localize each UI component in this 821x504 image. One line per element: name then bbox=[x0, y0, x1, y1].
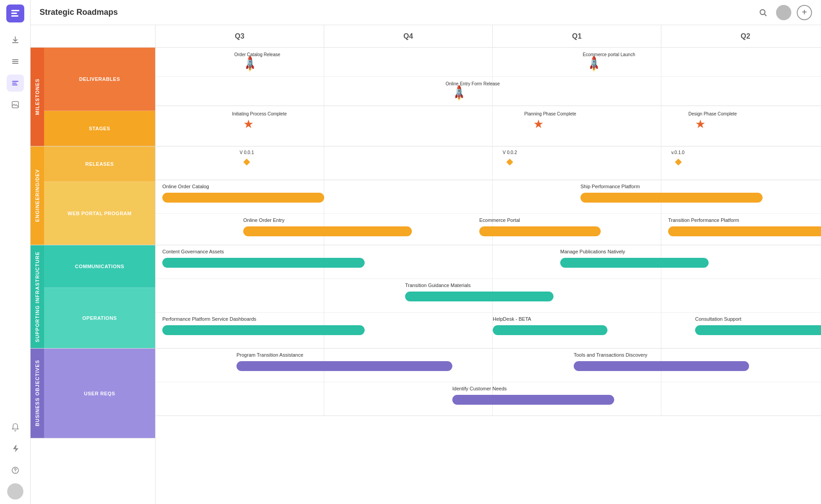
milestone-label-order-catalog: Order Catalog Release bbox=[234, 52, 280, 57]
bar-online-order-entry[interactable] bbox=[243, 226, 412, 236]
quarter-q1: Q1 bbox=[493, 25, 661, 47]
business-row-2: Identify Customer Needs bbox=[156, 382, 821, 416]
search-button[interactable] bbox=[755, 5, 771, 20]
deliverables-row-1: Order Catalog Release 🚀 Ecommerce portal… bbox=[156, 48, 821, 77]
bar-label-perf-service: Performance Platform Service Dashboards bbox=[162, 316, 256, 322]
svg-rect-5 bbox=[12, 63, 18, 64]
milestones-deliverables-rows: Order Catalog Release 🚀 Ecommerce portal… bbox=[156, 48, 821, 106]
bar-online-order-catalog[interactable] bbox=[162, 193, 324, 203]
rocket-icon-online-entry: 🚀 bbox=[450, 84, 468, 102]
operations-row: Performance Platform Service Dashboards … bbox=[156, 313, 821, 349]
category-supporting-label: SUPPORTING INFRASTRUCTURE bbox=[31, 245, 44, 348]
milestone-ecommerce-launch: Ecommerce portal Launch 🚀 bbox=[587, 52, 635, 71]
sidebar-help[interactable] bbox=[7, 462, 24, 479]
bar-label-identify-customer: Identify Customer Needs bbox=[452, 386, 507, 391]
quarter-q2: Q2 bbox=[661, 25, 821, 47]
bar-ship-performance[interactable] bbox=[580, 193, 763, 203]
release-v002: V 0.0.2 ◆ bbox=[506, 150, 517, 167]
sidebar bbox=[0, 0, 31, 504]
bar-label-transition-guidance: Transition Guidance Materials bbox=[405, 283, 471, 288]
communications-row-1: Content Governance Assets Manage Publica… bbox=[156, 245, 821, 279]
svg-rect-0 bbox=[11, 10, 19, 11]
rocket-icon-ecommerce: 🚀 bbox=[585, 55, 603, 73]
sub-label-operations: OPERATIONS bbox=[44, 288, 155, 348]
bar-label-ecommerce-portal: Ecommerce Portal bbox=[479, 217, 520, 223]
svg-rect-8 bbox=[12, 84, 18, 85]
bar-identify-customer[interactable] bbox=[452, 395, 614, 405]
release-label-v010: v.0.1.0 bbox=[671, 150, 684, 155]
bar-content-gov[interactable] bbox=[162, 258, 365, 268]
bar-label-online-order-catalog: Online Order Catalog bbox=[162, 184, 209, 189]
bar-tools-transactions[interactable] bbox=[574, 361, 749, 371]
stage-design: Design Phase Complete ★ bbox=[695, 111, 737, 131]
bar-label-manage-pub: Manage Publications Natively bbox=[560, 249, 625, 254]
bar-perf-service[interactable] bbox=[162, 325, 365, 335]
svg-point-12 bbox=[760, 9, 765, 14]
bar-transition-perf[interactable] bbox=[668, 226, 821, 236]
sub-label-communications: COMMUNICATIONS bbox=[44, 245, 155, 288]
page-title: Strategic Roadmaps bbox=[40, 8, 750, 17]
bar-ecommerce-portal[interactable] bbox=[479, 226, 601, 236]
communications-row-2: Transition Guidance Materials bbox=[156, 279, 821, 313]
sidebar-lightning[interactable] bbox=[7, 440, 24, 457]
stage-initiating: Initiating Process Complete ★ bbox=[243, 111, 287, 131]
category-engineering: ENGINEERING/DEV RELEASES WEB PORTAL PROG… bbox=[31, 146, 155, 245]
user-avatar[interactable] bbox=[7, 483, 23, 500]
main-content: Strategic Roadmaps + MILESTONES DELIVERA… bbox=[31, 0, 821, 504]
business-sub-labels: USER REQS bbox=[44, 349, 155, 438]
svg-point-11 bbox=[15, 472, 16, 473]
svg-rect-3 bbox=[12, 59, 18, 60]
sub-label-webportal: WEB PORTAL PROGRAM bbox=[44, 182, 155, 245]
milestone-online-entry: Online Entry Form Release 🚀 bbox=[452, 81, 500, 100]
category-business-label: BUSINESS OBJECTIVES bbox=[31, 349, 44, 438]
bar-label-transition-perf: Transition Performance Platform bbox=[668, 217, 739, 223]
milestone-label-ecommerce: Ecommerce portal Launch bbox=[583, 52, 635, 57]
supporting-sub-labels: COMMUNICATIONS OPERATIONS bbox=[44, 245, 155, 348]
star-icon-design: ★ bbox=[695, 117, 705, 131]
category-engineering-label: ENGINEERING/DEV bbox=[31, 146, 44, 245]
header-avatar[interactable] bbox=[776, 5, 791, 20]
sidebar-roadmap[interactable] bbox=[7, 75, 24, 92]
sidebar-image[interactable] bbox=[7, 96, 24, 113]
milestones-sub-labels: DELIVERABLES STAGES bbox=[44, 48, 155, 146]
stage-planning: Planning Phase Complete ★ bbox=[533, 111, 576, 131]
star-icon-planning: ★ bbox=[533, 117, 544, 131]
quarter-q4: Q4 bbox=[324, 25, 493, 47]
svg-rect-7 bbox=[12, 83, 17, 84]
release-v010: v.0.1.0 ◆ bbox=[675, 150, 684, 167]
quarter-header: Q3 Q4 Q1 Q2 bbox=[156, 25, 821, 48]
quarter-q3: Q3 bbox=[156, 25, 324, 47]
svg-rect-4 bbox=[12, 61, 18, 62]
diamond-icon-v001: ◆ bbox=[243, 156, 250, 166]
sidebar-bell[interactable] bbox=[7, 419, 24, 436]
bar-label-tools-transactions: Tools and Transactions Discovery bbox=[574, 352, 647, 358]
sub-label-userreqs: USER REQS bbox=[44, 349, 155, 438]
bar-helpdesk[interactable] bbox=[493, 325, 607, 335]
bar-label-online-order-entry: Online Order Entry bbox=[243, 217, 285, 223]
category-milestones-label: MILESTONES bbox=[31, 48, 44, 146]
content-area: MILESTONES DELIVERABLES STAGES ENGINEERI… bbox=[31, 25, 821, 504]
bar-label-ship-performance: Ship Performance Platform bbox=[580, 184, 640, 189]
svg-rect-2 bbox=[11, 15, 18, 17]
sidebar-list[interactable] bbox=[7, 53, 24, 70]
deliverables-row-2: Online Entry Form Release 🚀 bbox=[156, 77, 821, 106]
app-logo[interactable] bbox=[6, 4, 24, 22]
add-button[interactable]: + bbox=[797, 5, 812, 20]
rocket-icon-order-catalog: 🚀 bbox=[241, 55, 259, 73]
bar-program-transition[interactable] bbox=[236, 361, 452, 371]
star-icon-initiating: ★ bbox=[243, 117, 254, 131]
release-v001: V 0.0.1 ◆ bbox=[243, 150, 254, 167]
bar-consultation[interactable] bbox=[695, 325, 821, 335]
bar-transition-guidance[interactable] bbox=[405, 292, 553, 301]
category-milestones: MILESTONES DELIVERABLES STAGES bbox=[31, 48, 155, 146]
stage-label-design: Design Phase Complete bbox=[688, 111, 737, 116]
milestones-stages-row: Initiating Process Complete ★ Planning P… bbox=[156, 106, 821, 146]
webportal-row-1: Online Order Catalog Ship Performance Pl… bbox=[156, 180, 821, 214]
bar-label-helpdesk: HelpDesk - BETA bbox=[493, 316, 531, 322]
sidebar-download[interactable] bbox=[7, 31, 24, 49]
row-labels-panel: MILESTONES DELIVERABLES STAGES ENGINEERI… bbox=[31, 25, 156, 504]
gantt-chart: Q3 Q4 Q1 Q2 Order Catalog Release bbox=[156, 25, 821, 504]
bar-manage-pub[interactable] bbox=[560, 258, 709, 268]
release-label-v001: V 0.0.1 bbox=[240, 150, 254, 155]
svg-rect-6 bbox=[12, 81, 18, 82]
